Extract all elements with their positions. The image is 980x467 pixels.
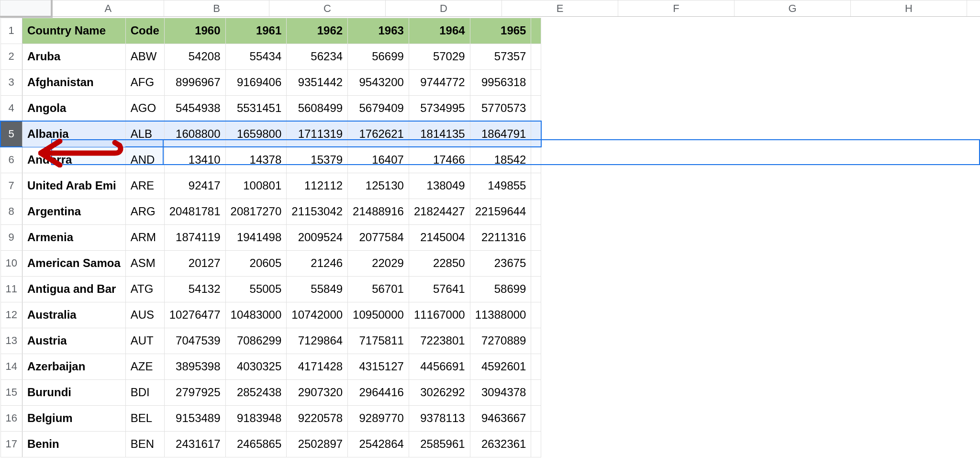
cell-extra-9[interactable]	[531, 224, 541, 250]
cell-h8[interactable]: 22159644	[470, 199, 531, 224]
col-header-g[interactable]: G	[735, 0, 851, 17]
cell-d6[interactable]: 14378	[225, 147, 287, 173]
cell-a16[interactable]: Belgium	[22, 405, 125, 431]
cell-f17[interactable]: 2542864	[348, 431, 409, 457]
spreadsheet-grid[interactable]: A B C D E F G H 1Country NameCode1960196…	[0, 0, 980, 457]
row-header-2[interactable]: 2	[0, 44, 22, 69]
row-header-11[interactable]: 11	[0, 276, 22, 302]
cell-h5[interactable]: 1864791	[470, 121, 531, 147]
cell-f1[interactable]: 1963	[348, 18, 409, 44]
cell-extra-7[interactable]	[531, 173, 541, 199]
cell-a3[interactable]: Afghanistan	[22, 69, 125, 95]
cell-c10[interactable]: 20127	[164, 250, 225, 276]
cell-g11[interactable]: 57641	[409, 276, 470, 302]
cell-b8[interactable]: ARG	[125, 199, 164, 224]
cell-c9[interactable]: 1874119	[164, 224, 225, 250]
cell-c12[interactable]: 10276477	[164, 302, 225, 328]
cell-f11[interactable]: 56701	[348, 276, 409, 302]
cell-e16[interactable]: 9220578	[287, 405, 348, 431]
cell-e14[interactable]: 4171428	[287, 354, 348, 379]
cell-extra-6[interactable]	[531, 147, 541, 173]
cell-f3[interactable]: 9543200	[348, 69, 409, 95]
cell-f2[interactable]: 56699	[348, 44, 409, 69]
cell-d11[interactable]: 55005	[225, 276, 287, 302]
cell-a10[interactable]: American Samoa	[22, 250, 125, 276]
cell-a7[interactable]: United Arab Emi	[22, 173, 125, 199]
cell-f9[interactable]: 2077584	[348, 224, 409, 250]
cell-c17[interactable]: 2431617	[164, 431, 225, 457]
cell-extra-5[interactable]	[531, 121, 541, 147]
cell-h13[interactable]: 7270889	[470, 328, 531, 354]
cell-extra-14[interactable]	[531, 354, 541, 379]
cell-d8[interactable]: 20817270	[225, 199, 287, 224]
select-all-corner[interactable]	[0, 0, 52, 17]
cell-g16[interactable]: 9378113	[409, 405, 470, 431]
cell-g6[interactable]: 17466	[409, 147, 470, 173]
cell-f8[interactable]: 21488916	[348, 199, 409, 224]
cell-extra-12[interactable]	[531, 302, 541, 328]
cell-e17[interactable]: 2502897	[287, 431, 348, 457]
cell-b13[interactable]: AUT	[125, 328, 164, 354]
col-header-extra[interactable]	[967, 0, 980, 17]
row-header-9[interactable]: 9	[0, 224, 22, 250]
cell-c5[interactable]: 1608800	[164, 121, 225, 147]
row-header-6[interactable]: 6	[0, 147, 22, 173]
cell-b1[interactable]: Code	[125, 18, 164, 44]
col-header-d[interactable]: D	[386, 0, 502, 17]
cell-extra-16[interactable]	[531, 405, 541, 431]
cell-c13[interactable]: 7047539	[164, 328, 225, 354]
cell-e9[interactable]: 2009524	[287, 224, 348, 250]
cell-b7[interactable]: ARE	[125, 173, 164, 199]
cell-e13[interactable]: 7129864	[287, 328, 348, 354]
cell-d15[interactable]: 2852438	[225, 379, 287, 405]
cell-b17[interactable]: BEN	[125, 431, 164, 457]
cell-d12[interactable]: 10483000	[225, 302, 287, 328]
cell-a6[interactable]: Andorra	[22, 147, 125, 173]
cell-f16[interactable]: 9289770	[348, 405, 409, 431]
cell-extra-4[interactable]	[531, 95, 541, 121]
col-header-f[interactable]: F	[618, 0, 735, 17]
row-header-4[interactable]: 4	[0, 95, 22, 121]
cell-d3[interactable]: 9169406	[225, 69, 287, 95]
cell-f6[interactable]: 16407	[348, 147, 409, 173]
cell-b15[interactable]: BDI	[125, 379, 164, 405]
row-header-12[interactable]: 12	[0, 302, 22, 328]
cell-f12[interactable]: 10950000	[348, 302, 409, 328]
cell-d5[interactable]: 1659800	[225, 121, 287, 147]
cell-h1[interactable]: 1965	[470, 18, 531, 44]
col-header-a[interactable]: A	[52, 0, 164, 17]
cell-a15[interactable]: Burundi	[22, 379, 125, 405]
cell-b12[interactable]: AUS	[125, 302, 164, 328]
row-header-16[interactable]: 16	[0, 405, 22, 431]
cell-b11[interactable]: ATG	[125, 276, 164, 302]
cell-h15[interactable]: 3094378	[470, 379, 531, 405]
cell-e4[interactable]: 5608499	[287, 95, 348, 121]
cell-a1[interactable]: Country Name	[22, 18, 125, 44]
cell-h7[interactable]: 149855	[470, 173, 531, 199]
cell-extra-13[interactable]	[531, 328, 541, 354]
cell-b16[interactable]: BEL	[125, 405, 164, 431]
col-header-b[interactable]: B	[164, 0, 269, 17]
cell-e3[interactable]: 9351442	[287, 69, 348, 95]
cell-extra-2[interactable]	[531, 44, 541, 69]
cell-e5[interactable]: 1711319	[287, 121, 348, 147]
cell-h17[interactable]: 2632361	[470, 431, 531, 457]
cell-c1[interactable]: 1960	[164, 18, 225, 44]
col-header-e[interactable]: E	[502, 0, 618, 17]
cell-a13[interactable]: Austria	[22, 328, 125, 354]
cell-g9[interactable]: 2145004	[409, 224, 470, 250]
row-header-1[interactable]: 1	[0, 18, 22, 44]
cell-g15[interactable]: 3026292	[409, 379, 470, 405]
cell-c7[interactable]: 92417	[164, 173, 225, 199]
cell-a4[interactable]: Angola	[22, 95, 125, 121]
cell-b4[interactable]: AGO	[125, 95, 164, 121]
cell-h16[interactable]: 9463667	[470, 405, 531, 431]
cell-g4[interactable]: 5734995	[409, 95, 470, 121]
cell-g2[interactable]: 57029	[409, 44, 470, 69]
cell-b2[interactable]: ABW	[125, 44, 164, 69]
cell-a5[interactable]: Albania	[22, 121, 125, 147]
cell-f7[interactable]: 125130	[348, 173, 409, 199]
cell-a2[interactable]: Aruba	[22, 44, 125, 69]
cell-d7[interactable]: 100801	[225, 173, 287, 199]
cell-g17[interactable]: 2585961	[409, 431, 470, 457]
